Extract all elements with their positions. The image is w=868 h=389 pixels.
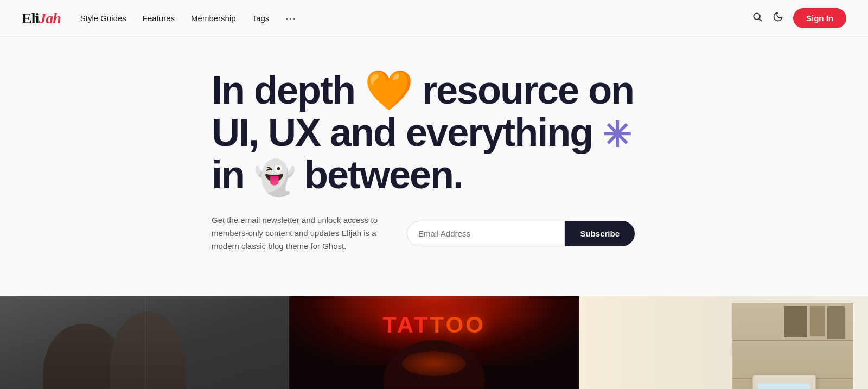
nav-link-features[interactable]: Features <box>143 14 175 23</box>
svg-line-1 <box>760 19 762 21</box>
headline-text-2: resource on <box>412 68 634 112</box>
more-menu-button[interactable]: ··· <box>285 12 296 24</box>
logo-part2: Jah <box>39 10 61 27</box>
featured-cards: TAT TOO <box>0 296 868 389</box>
navbar: EliJah Style Guides Features Membership … <box>0 0 868 37</box>
email-input[interactable] <box>407 221 565 246</box>
ghost-emoji: 👻 <box>254 160 295 196</box>
hero-headline: In depth 🧡 resource on UI, UX and everyt… <box>212 69 656 196</box>
hero-section: In depth 🧡 resource on UI, UX and everyt… <box>190 37 678 275</box>
email-form: Subscribe <box>407 221 635 246</box>
headline-text-5: between. <box>295 153 463 196</box>
headline-text-1: In depth <box>212 68 365 112</box>
nav-links: Style Guides Features Membership Tags ··… <box>80 12 296 24</box>
signin-button[interactable]: Sign In <box>793 8 846 28</box>
hero-description: Get the email newsletter and unlock acce… <box>212 214 385 253</box>
nav-link-membership[interactable]: Membership <box>191 14 236 23</box>
headline-text-4: in <box>212 153 254 196</box>
card-3[interactable] <box>579 296 868 389</box>
nav-right: Sign In <box>752 8 846 28</box>
search-icon[interactable] <box>752 11 763 25</box>
headline-text-3: UI, UX and everything <box>212 111 602 154</box>
card-1[interactable] <box>0 296 289 389</box>
nav-link-tags[interactable]: Tags <box>252 14 270 23</box>
nav-left: EliJah Style Guides Features Membership … <box>22 10 296 27</box>
subscribe-button[interactable]: Subscribe <box>565 221 635 246</box>
nav-link-style-guides[interactable]: Style Guides <box>80 14 126 23</box>
heart-emoji: 🧡 <box>365 69 412 112</box>
hero-body: Get the email newsletter and unlock acce… <box>212 214 656 253</box>
dark-mode-icon[interactable] <box>773 11 783 25</box>
card-2[interactable]: TAT TOO <box>289 296 578 389</box>
logo[interactable]: EliJah <box>22 10 61 27</box>
star-emoji: ✳ <box>602 117 630 154</box>
logo-part1: Eli <box>22 10 39 27</box>
